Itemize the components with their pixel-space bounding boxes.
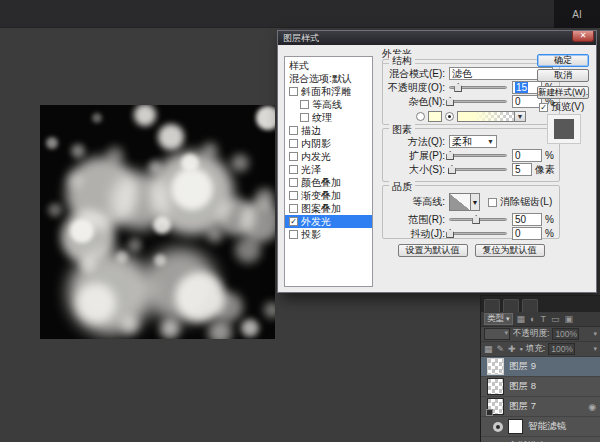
style-list-item[interactable]: ✓外发光: [285, 215, 372, 228]
chevron-down-icon[interactable]: ▾: [593, 345, 597, 353]
layer-row[interactable]: 图层 9: [481, 357, 600, 377]
style-list-item[interactable]: 纹理: [285, 111, 372, 124]
opacity-slider-thumb[interactable]: [454, 83, 462, 92]
filter-type-icon[interactable]: ▦: [517, 313, 526, 325]
style-checkbox[interactable]: [289, 165, 298, 174]
style-checkbox[interactable]: [300, 113, 309, 122]
visibility-eye-icon[interactable]: [493, 422, 503, 432]
range-slider-thumb[interactable]: [472, 215, 480, 224]
layer-name[interactable]: 图层 9: [509, 360, 536, 373]
range-slider[interactable]: [449, 215, 507, 224]
panel-tab-icon[interactable]: [503, 299, 519, 312]
styles-header-item[interactable]: 样式: [285, 59, 372, 72]
style-checkbox[interactable]: ✓: [289, 217, 298, 226]
layer-thumbnail[interactable]: [487, 378, 504, 395]
layer-row[interactable]: 智能滤镜: [481, 417, 600, 437]
lock-icon[interactable]: ✚: [508, 344, 516, 354]
filter-type-icon[interactable]: ◐: [530, 313, 535, 325]
cancel-button[interactable]: 取消: [537, 69, 589, 82]
new-style-button[interactable]: 新建样式(W)...: [537, 86, 589, 99]
make-default-button[interactable]: 设置为默认值: [398, 244, 468, 257]
size-slider[interactable]: [449, 165, 507, 174]
layer-opacity-value[interactable]: 100%: [552, 328, 579, 340]
style-label: 内阴影: [301, 137, 331, 151]
style-checkbox[interactable]: [289, 230, 298, 239]
noise-slider[interactable]: [449, 97, 507, 106]
app-label: AI: [572, 9, 581, 20]
filter-kind-dropdown[interactable]: 类型 ▾: [484, 313, 513, 325]
size-slider-thumb[interactable]: [448, 165, 456, 174]
spread-slider[interactable]: [449, 151, 507, 160]
layer-thumbnail-wrap[interactable]: [487, 358, 504, 375]
gradient-picker-arrow[interactable]: ▼: [515, 111, 526, 122]
glow-color-swatch[interactable]: [428, 111, 442, 122]
style-list-item[interactable]: 光泽: [285, 163, 372, 176]
style-checkbox[interactable]: [289, 87, 298, 96]
lock-icon[interactable]: ▪: [520, 344, 523, 354]
style-list-item[interactable]: 描边: [285, 124, 372, 137]
contour-picker-arrow[interactable]: ▼: [471, 193, 480, 211]
style-label: 投影: [301, 228, 321, 242]
panel-tab-icon[interactable]: [484, 299, 500, 312]
fill-value[interactable]: 100%: [548, 343, 575, 355]
style-list-item[interactable]: 等高线: [285, 98, 372, 111]
glow-gradient-radio[interactable]: [445, 112, 454, 121]
style-list-item[interactable]: 投影: [285, 228, 372, 241]
preview-checkbox[interactable]: ✓: [539, 103, 548, 112]
style-checkbox[interactable]: [289, 152, 298, 161]
style-checkbox[interactable]: [289, 204, 298, 213]
style-list-item[interactable]: 图案叠加: [285, 202, 372, 215]
chevron-down-icon[interactable]: ▾: [593, 330, 597, 338]
style-checkbox[interactable]: [289, 126, 298, 135]
ok-button[interactable]: 确定: [537, 54, 589, 67]
opacity-slider[interactable]: [449, 83, 507, 92]
preview-swatch: [554, 119, 574, 139]
bokeh-circle: [158, 124, 184, 150]
lock-icon[interactable]: ▦: [484, 344, 493, 354]
style-list-item[interactable]: 内阴影: [285, 137, 372, 150]
jitter-slider-thumb[interactable]: [446, 229, 454, 238]
panel-tab-icon[interactable]: [522, 299, 538, 312]
glow-color-radio[interactable]: [416, 112, 425, 121]
layer-row[interactable]: 图层 7◉: [481, 397, 600, 417]
layer-row[interactable]: 图层 8: [481, 377, 600, 397]
filter-type-icon[interactable]: ▣: [564, 313, 573, 325]
style-checkbox[interactable]: [289, 178, 298, 187]
style-checkbox[interactable]: [289, 191, 298, 200]
reset-default-button[interactable]: 复位为默认值: [475, 244, 545, 257]
layer-name[interactable]: 智能滤镜: [528, 420, 566, 433]
style-list-item[interactable]: 颜色叠加: [285, 176, 372, 189]
blending-options-item[interactable]: 混合选项:默认: [285, 72, 372, 85]
spread-slider-thumb[interactable]: [446, 151, 454, 160]
style-list-item[interactable]: 斜面和浮雕: [285, 85, 372, 98]
lock-icon[interactable]: ✎: [497, 344, 505, 354]
layer-name[interactable]: 图层 8: [509, 380, 536, 393]
glow-gradient-bar[interactable]: [457, 111, 515, 122]
app-tab[interactable]: AI: [554, 0, 600, 28]
filter-type-icon[interactable]: T: [540, 313, 546, 325]
size-input[interactable]: 5: [512, 163, 532, 176]
jitter-slider[interactable]: [449, 229, 507, 238]
style-list-item[interactable]: 内发光: [285, 150, 372, 163]
style-checkbox[interactable]: [300, 100, 309, 109]
layer-row[interactable]: 高斯模糊: [481, 437, 600, 442]
dialog-titlebar[interactable]: 图层样式 ✕: [278, 31, 596, 45]
layer-blend-dropdown[interactable]: [484, 328, 510, 340]
style-label: 外发光: [301, 215, 331, 229]
structure-group: 结构 混合模式(E): 滤色 ▼ 不透明度(O): 15 %: [382, 59, 560, 125]
noise-slider-thumb[interactable]: [446, 97, 454, 106]
technique-dropdown[interactable]: 柔和 ▼: [449, 135, 497, 148]
layer-thumbnail-wrap[interactable]: [487, 398, 504, 415]
layer-name[interactable]: 图层 7: [509, 400, 536, 413]
antialias-checkbox[interactable]: [488, 198, 497, 207]
style-list-item[interactable]: 渐变叠加: [285, 189, 372, 202]
smart-filter-indicator-icon[interactable]: ◉: [588, 402, 596, 412]
filter-type-icon[interactable]: ▭: [551, 313, 560, 325]
layer-thumbnail[interactable]: [487, 358, 504, 375]
layer-thumbnail-wrap[interactable]: [487, 378, 504, 395]
contour-thumbnail[interactable]: [449, 193, 471, 211]
style-checkbox[interactable]: [289, 139, 298, 148]
layer-thumbnail-wrap[interactable]: [508, 419, 523, 434]
close-button[interactable]: ✕: [572, 31, 594, 42]
layer-thumbnail[interactable]: [508, 419, 523, 434]
